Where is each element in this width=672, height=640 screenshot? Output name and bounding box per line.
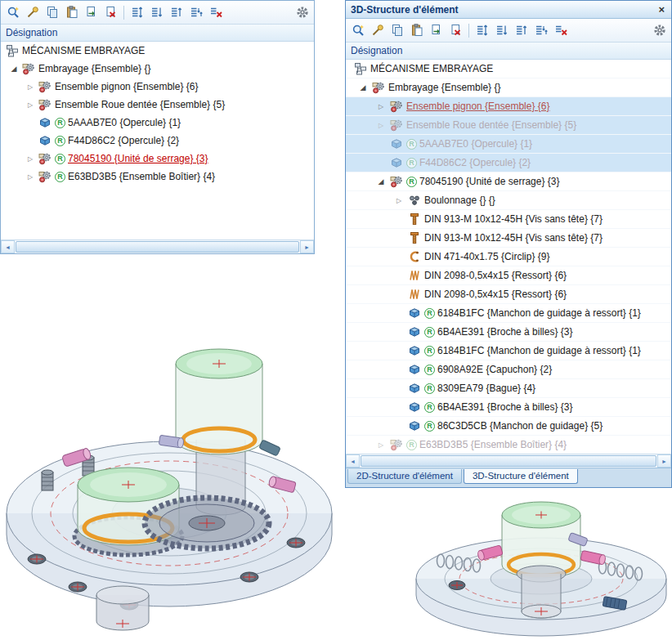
page-remove-button[interactable] xyxy=(446,21,465,40)
expand-arrow-icon[interactable]: ▷ xyxy=(22,101,38,109)
expand-arrow-icon[interactable]: ▷ xyxy=(22,173,38,181)
tree-item[interactable]: R6184B1FC {Manchon de guidage à ressort}… xyxy=(346,342,671,360)
search-icon xyxy=(352,24,365,37)
scrollbar-thumb[interactable] xyxy=(361,455,656,467)
tree-item[interactable]: R5AAAB7E0 {Opercule} {1} xyxy=(1,114,314,132)
tree-item[interactable]: ▷RE63BD3B5 {Ensemble Boîtier} {4} xyxy=(346,436,671,454)
settings-gear-button[interactable] xyxy=(650,21,669,40)
tree-item[interactable]: ▷Boulonnage {} {} xyxy=(346,191,671,210)
expand-arrow-icon[interactable]: ▷ xyxy=(22,83,38,91)
paste-button[interactable] xyxy=(62,3,81,22)
pin-button[interactable] xyxy=(23,3,42,22)
pin-button[interactable] xyxy=(368,21,387,40)
close-button[interactable]: × xyxy=(656,4,666,15)
filter-remove-button[interactable] xyxy=(551,21,570,40)
paste-button[interactable] xyxy=(407,21,426,40)
tree-item-label: 6184B1FC {Manchon de guidage à ressort} … xyxy=(437,345,641,356)
scroll-right-button[interactable]: ► xyxy=(657,454,671,468)
tab-2d-structure[interactable]: 2D-Structure d'élément xyxy=(347,469,462,484)
tree-item[interactable]: DIN 913-M 10x12-45H {Vis sans tête} {7} xyxy=(346,210,671,229)
sort-up-button[interactable] xyxy=(512,21,531,40)
tree-item[interactable]: RF44D86C2 {Opercule} {2} xyxy=(346,154,671,172)
scrollbar-track[interactable] xyxy=(360,454,657,468)
screw-icon xyxy=(408,231,422,244)
tree-item[interactable]: ▷RE63BD3B5 {Ensemble Boîtier} {4} xyxy=(1,168,314,186)
horizontal-scrollbar[interactable]: ◄ ► xyxy=(346,454,671,468)
tree-item[interactable]: R6B4AE391 {Broche à billes} {3} xyxy=(346,398,671,417)
sort-down-icon xyxy=(150,6,164,19)
left-bolt xyxy=(449,581,465,590)
copy-button[interactable] xyxy=(388,21,406,40)
panel-titlebar[interactable]: 3D-Structure d'élément × xyxy=(346,1,671,19)
sort-updown-icon xyxy=(190,6,203,19)
scroll-left-button[interactable]: ◄ xyxy=(1,240,15,253)
page-arrow-button[interactable] xyxy=(82,3,101,22)
search-button[interactable] xyxy=(3,3,22,22)
page-remove-button[interactable] xyxy=(101,3,120,22)
tree-item[interactable]: R86C3D5CB {Manchon de guidage} {5} xyxy=(346,417,671,436)
designation-column-header[interactable]: Désignation xyxy=(346,43,671,60)
tree-item[interactable]: R8309EA79 {Bague} {4} xyxy=(346,379,671,398)
expand-arrow-icon[interactable]: ▷ xyxy=(372,122,390,129)
released-badge-icon: R xyxy=(406,158,417,168)
sort-all-button[interactable] xyxy=(473,21,491,40)
tree-item[interactable]: DIN 2098-0,5x4x15 {Ressort} {6} xyxy=(346,285,671,304)
search-button[interactable] xyxy=(348,21,367,40)
collapse-arrow-icon[interactable]: ◢ xyxy=(372,177,390,186)
tree-item[interactable]: DIN 913-M 10x12-45H {Vis sans tête} {7} xyxy=(346,229,671,248)
collapse-arrow-icon[interactable]: ◢ xyxy=(354,83,372,92)
sort-up-button[interactable] xyxy=(167,3,186,22)
collapse-arrow-icon[interactable]: ◢ xyxy=(6,65,22,73)
settings-gear-icon xyxy=(653,24,666,37)
detail-3d-viewport[interactable] xyxy=(406,489,672,640)
tree-item[interactable]: DIN 471-40x1.75 {Circlip} {9} xyxy=(346,248,671,266)
filter-remove-button[interactable] xyxy=(206,3,225,22)
released-badge-icon: R xyxy=(424,402,435,413)
tree-item-label: 6184B1FC {Manchon de guidage à ressort} … xyxy=(437,307,641,319)
tree-item[interactable]: R5AAAB7E0 {Opercule} {1} xyxy=(346,135,671,154)
main-3d-viewport[interactable] xyxy=(0,317,356,640)
tree-item[interactable]: MÉCANISME EMBRAYAGE xyxy=(346,60,671,78)
part-icon xyxy=(408,344,422,357)
tree-item[interactable]: ◢R78045190 {Unité de serrage} {3} xyxy=(346,172,671,191)
expand-arrow-icon[interactable]: ▷ xyxy=(390,197,408,204)
tree-item[interactable]: RF44D86C2 {Opercule} {2} xyxy=(1,132,314,150)
search-icon xyxy=(7,6,20,19)
sort-all-button[interactable] xyxy=(128,3,146,22)
designation-column-header[interactable]: Désignation xyxy=(1,25,314,42)
tab-3d-structure[interactable]: 3D-Structure d'élément xyxy=(464,469,578,484)
sort-updown-button[interactable] xyxy=(531,21,550,40)
structure-panel-3d: 3D-Structure d'élément × Désignation MÉC… xyxy=(345,0,672,488)
scroll-right-button[interactable]: ► xyxy=(300,240,314,253)
tree-item[interactable]: MÉCANISME EMBRAYAGE xyxy=(1,42,314,60)
pin-icon xyxy=(371,24,384,37)
tree-item[interactable]: R6908A92E {Capuchon} {2} xyxy=(346,360,671,379)
tree-item[interactable]: ▷Ensemble pignon {Ensemble} {6} xyxy=(1,78,314,96)
tree-item-label: Ensemble Roue dentée {Ensemble} {5} xyxy=(55,99,225,110)
part-icon xyxy=(408,419,422,432)
settings-gear-button[interactable] xyxy=(293,3,311,22)
tree-item[interactable]: ▷R78045190 {Unité de serrage} {3} xyxy=(1,150,314,168)
expand-arrow-icon[interactable]: ▷ xyxy=(22,155,38,163)
copy-button[interactable] xyxy=(43,3,61,22)
horizontal-scrollbar[interactable]: ◄ ► xyxy=(1,239,314,253)
sort-down-button[interactable] xyxy=(147,3,166,22)
expand-arrow-icon[interactable]: ▷ xyxy=(372,441,390,449)
tree-item[interactable]: ◢Embrayage {Ensemble} {} xyxy=(1,60,314,78)
expand-arrow-icon[interactable]: ▷ xyxy=(372,103,390,110)
tree-item[interactable]: R6184B1FC {Manchon de guidage à ressort}… xyxy=(346,304,671,323)
released-badge-icon: R xyxy=(55,172,65,182)
scrollbar-thumb[interactable] xyxy=(16,241,299,253)
tree-item[interactable]: R6B4AE391 {Broche à billes} {3} xyxy=(346,323,671,342)
sort-down-button[interactable] xyxy=(492,21,511,40)
tree-item-label: DIN 913-M 10x12-45H {Vis sans tête} {7} xyxy=(424,232,603,244)
tree-item[interactable]: ▷Ensemble Roue dentée {Ensemble} {5} xyxy=(1,96,314,114)
scrollbar-track[interactable] xyxy=(15,240,300,253)
page-arrow-button[interactable] xyxy=(427,21,446,40)
tree-item[interactable]: ◢Embrayage {Ensemble} {} xyxy=(346,78,671,97)
sort-updown-button[interactable] xyxy=(186,3,205,22)
tree-item[interactable]: ▷Ensemble Roue dentée {Ensemble} {5} xyxy=(346,116,671,135)
released-badge-icon: R xyxy=(424,365,435,375)
tree-item[interactable]: DIN 2098-0,5x4x15 {Ressort} {6} xyxy=(346,266,671,285)
tree-item[interactable]: ▷Ensemble pignon {Ensemble} {6} xyxy=(346,97,671,116)
